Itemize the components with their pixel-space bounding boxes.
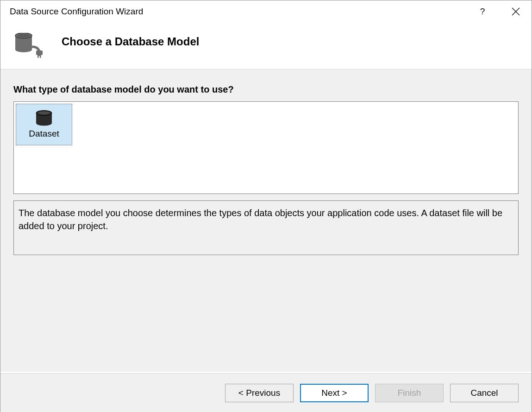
previous-button[interactable]: < Previous (225, 384, 294, 402)
titlebar-controls: ? (473, 2, 525, 21)
previous-button-label: < Previous (238, 388, 280, 398)
wizard-header: Choose a Database Model (0, 23, 532, 69)
database-plug-icon (13, 33, 46, 59)
svg-rect-8 (38, 55, 39, 58)
help-icon: ? (480, 6, 485, 17)
close-button[interactable] (507, 2, 525, 21)
wizard-step-title: Choose a Database Model (62, 35, 199, 48)
description-box: The database model you choose determines… (13, 200, 519, 255)
description-text: The database model you choose determines… (19, 206, 513, 232)
svg-point-12 (36, 121, 52, 126)
titlebar: Data Source Configuration Wizard ? (0, 0, 532, 23)
svg-rect-7 (36, 50, 43, 55)
cancel-button-label: Cancel (470, 388, 498, 398)
wizard-footer: < Previous Next > Finish Cancel (0, 373, 532, 412)
wizard-content: What type of database model do you want … (0, 69, 532, 372)
svg-point-6 (17, 34, 30, 37)
model-item-label: Dataset (29, 129, 59, 139)
svg-point-14 (38, 112, 50, 115)
question-label: What type of database model do you want … (13, 84, 519, 95)
model-type-list[interactable]: Dataset (13, 101, 519, 194)
finish-button: Finish (375, 384, 444, 402)
window-title: Data Source Configuration Wizard (10, 6, 143, 17)
svg-point-4 (15, 47, 32, 52)
finish-button-label: Finish (398, 388, 421, 398)
svg-rect-9 (40, 55, 41, 58)
next-button[interactable]: Next > (300, 384, 369, 402)
next-button-label: Next > (321, 388, 347, 398)
database-icon (35, 110, 53, 127)
cancel-button[interactable]: Cancel (450, 384, 519, 402)
close-icon (512, 7, 520, 16)
model-item-dataset[interactable]: Dataset (16, 104, 72, 145)
help-button[interactable]: ? (473, 2, 492, 21)
